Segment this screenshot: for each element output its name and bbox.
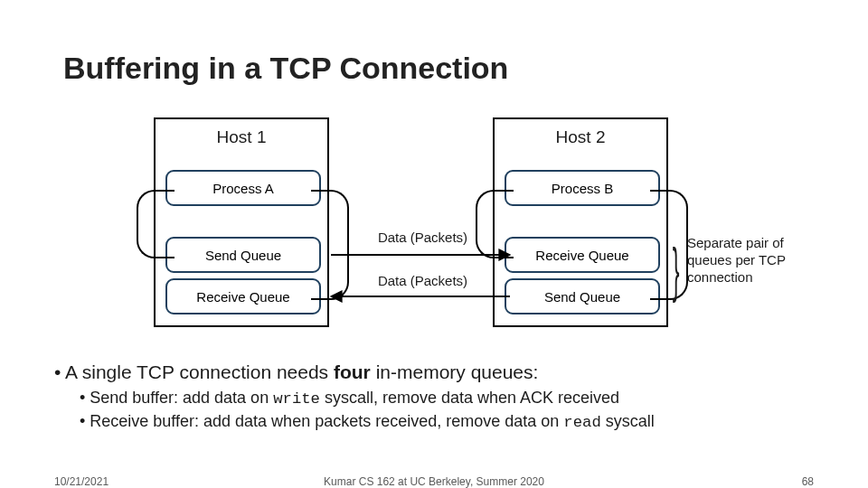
bullet-main-a: A single TCP connection needs: [65, 361, 334, 382]
annotation-text: Separate pair of queues per TCP connecti…: [687, 235, 832, 286]
host1-receive-queue: Receive Queue: [165, 278, 321, 314]
host1-send-queue: Send Queue: [165, 237, 321, 273]
brace-icon: }: [673, 234, 680, 304]
footer-page-number: 68: [802, 475, 814, 488]
host1-loop-left: [137, 190, 175, 258]
footer-date: 10/21/2021: [54, 475, 108, 488]
host1-process: Process A: [165, 170, 321, 206]
host2-loop-right: [650, 190, 688, 300]
footer-course: Kumar CS 162 at UC Berkeley, Summer 2020: [324, 475, 544, 488]
bullet-sub2-b: syscall: [601, 412, 655, 430]
bullet-sub1-a: Send buffer: add data on: [90, 389, 273, 407]
host1-box: Host 1 Process A Send Queue Receive Queu…: [154, 117, 329, 327]
bullet-main-bold: four: [334, 361, 371, 382]
bullet-sub1: • Send buffer: add data on write syscall…: [80, 387, 832, 409]
bullet-main: • A single TCP connection needs four in-…: [54, 360, 832, 385]
data-packets-label-top: Data (Packets): [366, 230, 479, 245]
bullet-sub2-code: read: [563, 414, 600, 431]
bullet-sub1-code: write: [273, 390, 320, 408]
host2-box: Host 2 Process B Receive Queue Send Queu…: [493, 117, 668, 327]
arrows-svg: [327, 246, 517, 309]
slide: Buffering in a TCP Connection Host 1 Pro…: [0, 0, 868, 488]
host2-send-queue: Send Queue: [505, 278, 660, 314]
host2-receive-queue: Receive Queue: [505, 237, 660, 273]
bullet-sub2-a: Receive buffer: add data when packets re…: [90, 412, 563, 430]
bullet-sub1-b: syscall, remove data when ACK received: [320, 389, 619, 407]
slide-title: Buffering in a TCP Connection: [63, 51, 508, 86]
bullet-sub2: • Receive buffer: add data when packets …: [80, 410, 832, 433]
host2-process: Process B: [505, 170, 660, 206]
bullet-main-tail: in-memory queues:: [371, 361, 539, 382]
host1-label: Host 1: [217, 127, 267, 147]
host2-label: Host 2: [556, 127, 606, 147]
bullet-block: • A single TCP connection needs four in-…: [54, 360, 832, 433]
